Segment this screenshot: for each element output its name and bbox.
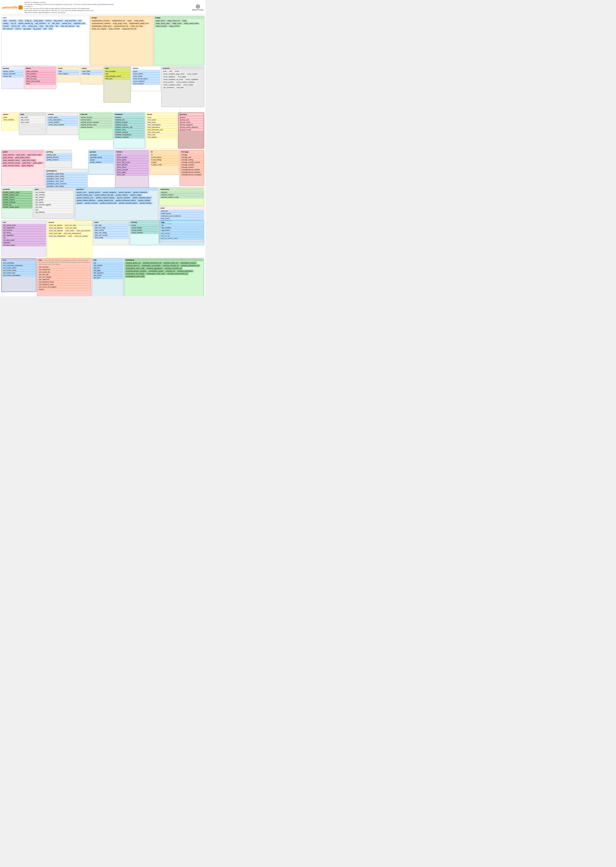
table-config-plugins[interactable]: config_plugins [33, 19, 44, 22]
table-grade-grades-history[interactable]: grade_grades_history [14, 156, 31, 159]
table-workshop-submissions-old[interactable]: workshop_submissions_old [180, 264, 200, 267]
table-lti-types[interactable]: lti_types [150, 161, 178, 164]
table-quiz-grades[interactable]: quiz_grades [34, 198, 74, 201]
table-block-community[interactable]: block_community [25, 70, 55, 72]
table-stats-user-weekly[interactable]: stats_user_weekly [94, 231, 128, 234]
table-forum-queue[interactable]: forum_queue [146, 118, 177, 121]
table-quiz-reports[interactable]: quiz_reports [34, 201, 74, 203]
table-tool-monitor-history[interactable]: tool_monitor_history [2, 269, 36, 272]
table-scorm-aicc-track[interactable]: scorm_aicc_track [64, 224, 77, 227]
table-backup-courses[interactable]: backup_courses [2, 70, 23, 72]
table-data-records[interactable]: data_records [20, 118, 46, 121]
table-wiki-pages[interactable]: wiki_pages [93, 269, 123, 272]
table-quiz-feedback[interactable]: quiz_feedback [34, 191, 74, 194]
table-feedback-template[interactable]: feedback_template [114, 121, 145, 123]
table-feedback-item[interactable]: feedback_item [114, 118, 145, 121]
table-assign-user-flags[interactable]: assign_user_flags [129, 25, 143, 27]
table-question-shortanswer[interactable]: question_shortanswer_options [115, 199, 137, 201]
table-gradingform-rubric-fillings[interactable]: gradingform_rubric_fillings [46, 185, 87, 187]
table-stats-daily[interactable]: stats_daily [94, 224, 128, 227]
table-assign-plugin-config[interactable]: assign_plugin_config [112, 22, 128, 25]
table-question-answers[interactable]: question_answers [88, 191, 102, 194]
table-forum[interactable]: forum [146, 116, 177, 118]
table-cohort-members[interactable]: cohort_members [2, 118, 17, 121]
table-user-info-field[interactable]: user_info_field [38, 266, 91, 268]
table-question-dataset-definitions[interactable]: question_dataset_definitions [75, 199, 96, 201]
table-events-queue[interactable]: events_queue [47, 116, 78, 118]
table-assignsubmission-onlinetext[interactable]: assignsubmission_onlinetext [91, 22, 112, 25]
table-role-context-levels[interactable]: role_context_levels [2, 224, 46, 227]
table-workshopform-test-settings[interactable]: workshopform_test_settings [125, 272, 145, 275]
table-forum-discussions[interactable]: forum_discussions [146, 126, 177, 129]
table-survey[interactable]: survey [130, 224, 159, 227]
table-lesson-attempts[interactable]: lesson_attempts [116, 164, 148, 166]
table-lock-db[interactable]: lock_db [10, 22, 17, 25]
table-workshopform-rubric-levels[interactable]: workshopform_rubric_levels [146, 272, 166, 275]
table-stats-monthly[interactable]: stats_monthly [94, 229, 128, 231]
table-lti-tool-settings[interactable]: lti_tool_settings [150, 159, 178, 161]
table-question-attempt-steps[interactable]: question_attempt_steps [75, 194, 93, 196]
table-block-instances[interactable]: block_instances [25, 75, 55, 77]
table-question-numerical-units[interactable]: question_numerical_units [99, 202, 118, 205]
table-lesson-overrides[interactable]: lesson_overrides [116, 168, 148, 171]
table-forum-posts[interactable]: forum_posts [146, 121, 177, 123]
table-lesson-answers[interactable]: lesson_answers [116, 156, 148, 159]
table-question[interactable]: question [75, 202, 83, 205]
table-assignfeedback-file[interactable]: assignfeedback_file [111, 19, 126, 22]
table-feedback-completedtmp[interactable]: feedback_completedtmp [114, 134, 145, 136]
table-workshop-aggregations[interactable]: workshop_aggregations [146, 267, 163, 269]
table-question-numerical-options[interactable]: question_numerical_options [118, 202, 138, 205]
table-quiz-attempts[interactable]: quiz_attempts [34, 211, 74, 213]
table-workshop-moments-dd[interactable]: workshop_moments_dd [162, 264, 180, 267]
table-grade-letters[interactable]: grade_letters [15, 154, 26, 156]
table-book-chapters[interactable]: book_chapters [58, 72, 79, 75]
table-user-preferences[interactable]: user_preferences [38, 268, 91, 271]
table-gradingform-guide-comments[interactable]: gradingform_guide_comments [46, 183, 87, 185]
table-groupings-groups[interactable]: groupings_groups [89, 156, 114, 159]
table-assign-submission-file2[interactable]: assignsubmission_file [121, 28, 138, 30]
table-role-names[interactable]: role_names [2, 231, 46, 234]
table-feedback[interactable]: feedback [114, 116, 145, 118]
table-forum-subscriptions[interactable]: forum_subscriptions [146, 123, 177, 126]
table-filter-config[interactable]: filter_config [44, 25, 54, 27]
table-lesson-grades[interactable]: lesson_grades [116, 159, 148, 161]
table-grade-categories[interactable]: grade_categories [20, 164, 34, 167]
table-external-functions[interactable]: external_functions [80, 126, 112, 129]
table-choice-answers[interactable]: choice_answers [132, 82, 160, 85]
table-mnetservice-send[interactable]: mnetservice_send_mooleroles [160, 215, 204, 217]
table-repository-instance-config[interactable]: repository_instance_config [160, 196, 204, 198]
table-grade-outcomes-courses[interactable]: grade_outcomes_courses [2, 162, 21, 164]
table-grade-categories-history[interactable]: grade_categories_history [2, 159, 21, 161]
table-badge-external[interactable]: badge_external [168, 25, 181, 27]
table-badge-criteria-met[interactable]: badge_criteria_met [166, 19, 181, 22]
table-question-categories[interactable]: question_categories [102, 191, 117, 194]
table-wiki-subwikis[interactable]: wiki_subwikis [93, 264, 123, 267]
table-scale[interactable]: scale [162, 70, 168, 72]
table-cache-filters[interactable]: cache_filters [81, 70, 102, 72]
table-filter-action[interactable]: filter_action [51, 22, 61, 25]
table-wiki-version[interactable]: wiki_version [93, 274, 123, 277]
table-messageoutbound-handlers[interactable]: messageoutbound_handlers [180, 168, 204, 171]
table-assign-user-mapping[interactable]: assign_user_mapping [91, 28, 107, 30]
table-quiz-slots[interactable]: quiz_slots [34, 206, 74, 208]
table-context-temp[interactable]: context_temp [27, 25, 38, 27]
table-glossary-alias[interactable]: glossary_alias [179, 118, 204, 121]
table-course-sections[interactable]: course_sections [162, 81, 175, 83]
table-user-private-key[interactable]: user_private_key [38, 271, 91, 273]
table-groups[interactable]: groups [89, 159, 114, 161]
table-cache-flags[interactable]: cache_flags [81, 72, 102, 75]
table-scorm-seq-objective[interactable]: scorm_seq_objective [48, 227, 64, 229]
table-external-services-users[interactable]: external_services_users [80, 123, 112, 126]
table-course-completion-crit[interactable]: course_completion_crit_compl [162, 78, 184, 80]
table-scorm-seq-rulecond[interactable]: scorm_seq_rulecond [75, 230, 91, 232]
table-grade-items[interactable]: grade_items [22, 162, 32, 164]
table-editor-atto[interactable]: editor_atto_autosave [60, 25, 75, 27]
table-lesson-pages[interactable]: lesson_pages [116, 171, 148, 173]
table-question-calculated[interactable]: question_calculated [116, 197, 131, 199]
table-scorm-scoes-data[interactable]: scorm_scoes_data [48, 232, 63, 234]
table-badge-backpack[interactable]: badge_backpack [154, 25, 168, 27]
table-workshop-rubrics-id[interactable]: workshop_rubrics_id [125, 264, 141, 267]
table-gradingform-guide-fillings[interactable]: gradingform_guide_fillings [46, 173, 87, 175]
table-scorm-aicc-data[interactable]: scorm_aicc_data [64, 227, 77, 229]
table-badge-criteria-param[interactable]: badge_criteria_param [154, 22, 171, 25]
